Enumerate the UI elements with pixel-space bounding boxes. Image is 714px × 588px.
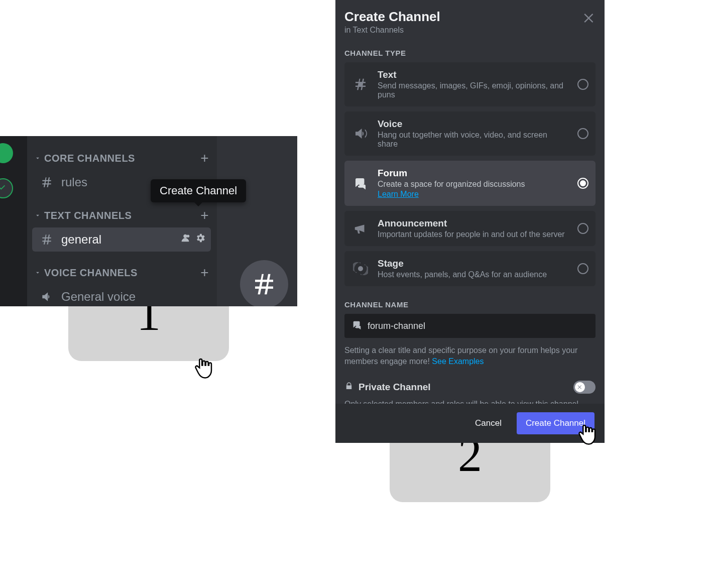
type-title: Announcement [378,218,569,229]
type-desc: Host events, panels, and Q&As for an aud… [378,270,569,279]
channel-hero-hash-icon [240,260,288,306]
channel-name-heading: CHANNEL NAME [344,300,596,309]
add-channel-icon[interactable]: + [200,150,209,166]
modal-title: Create Channel [344,9,596,25]
forum-icon [351,176,370,191]
channel-type-text[interactable]: Text Send messages, images, GIFs, emoji,… [344,62,596,106]
type-desc: Send messages, images, GIFs, emoji, opin… [378,81,569,99]
create-channel-tooltip: Create Channel [151,179,246,202]
cancel-button[interactable]: Cancel [475,418,502,428]
server-avatar-1[interactable] [0,143,13,163]
channel-type-announcement[interactable]: Announcement Important updates for peopl… [344,211,596,246]
svg-point-1 [358,266,363,271]
category-core[interactable]: CORE CHANNELS + [32,146,211,170]
gear-icon[interactable] [195,232,206,247]
create-channel-modal: Create Channel in Text Channels CHANNEL … [335,0,605,443]
private-channel-label: Private Channel [359,382,573,393]
channel-name-input[interactable] [368,321,588,331]
forum-icon [351,319,363,332]
type-title: Stage [378,258,569,269]
category-label: VOICE CHANNELS [44,267,200,279]
channel-label: General voice [61,290,206,304]
modal-subtitle: in Text Channels [344,26,596,35]
channel-name-input-wrap[interactable] [344,314,596,338]
chevron-down-icon [34,269,41,276]
channel-name-help: Setting a clear title and specific purpo… [344,345,596,368]
channel-general-voice[interactable]: General voice [32,285,211,306]
modal-footer: Cancel Create Channel [335,404,605,443]
radio-icon [577,79,588,90]
hash-icon [40,233,54,246]
add-channel-icon[interactable]: + [200,265,209,281]
channel-general[interactable]: general [32,227,211,252]
radio-icon [577,223,588,234]
megaphone-icon [351,221,370,236]
svg-point-0 [187,235,190,238]
category-text[interactable]: TEXT CHANNELS + [32,203,211,227]
channel-type-heading: CHANNEL TYPE [344,49,596,57]
speaker-icon [40,290,54,303]
private-channel-row: Private Channel [344,381,596,394]
chevron-down-icon [34,155,41,162]
channel-type-forum[interactable]: Forum Create a space for organized discu… [344,161,596,206]
category-label: CORE CHANNELS [44,153,200,164]
speaker-icon [351,126,370,141]
main-content-stub [217,136,297,306]
toggle-knob [575,382,585,392]
hash-icon [351,77,370,92]
channel-type-stage[interactable]: Stage Host events, panels, and Q&As for … [344,251,596,286]
lock-icon [344,382,353,393]
channel-label: general [61,232,173,247]
category-label: TEXT CHANNELS [44,210,200,221]
server-avatar-2[interactable] [0,178,13,198]
server-rail [0,136,27,306]
channel-actions [180,232,206,247]
category-voice[interactable]: VOICE CHANNELS + [32,261,211,285]
type-title: Voice [378,119,569,130]
radio-icon [577,178,588,189]
radio-icon [577,128,588,139]
radio-icon [577,263,588,274]
invite-people-icon[interactable] [180,232,191,247]
type-title: Text [378,69,569,80]
stage-icon [351,261,370,276]
type-desc: Hang out together with voice, video, and… [378,131,569,149]
type-desc: Create a space for organized discussions [378,180,569,189]
learn-more-link[interactable]: Learn More [378,190,419,199]
create-channel-button[interactable]: Create Channel [517,412,594,434]
add-channel-icon[interactable]: + [200,207,209,223]
close-icon[interactable] [582,11,597,25]
private-channel-toggle[interactable] [573,381,596,394]
sidebar-panel: CORE CHANNELS + rules TEXT CHANNELS + ge… [0,136,297,306]
cursor-hand-icon [194,357,214,379]
hash-icon [40,176,54,189]
see-examples-link[interactable]: See Examples [432,357,484,366]
type-desc: Important updates for people in and out … [378,230,569,239]
channel-list: CORE CHANNELS + rules TEXT CHANNELS + ge… [27,136,216,306]
chevron-down-icon [34,212,41,219]
channel-type-voice[interactable]: Voice Hang out together with voice, vide… [344,111,596,156]
type-title: Forum [378,168,569,179]
